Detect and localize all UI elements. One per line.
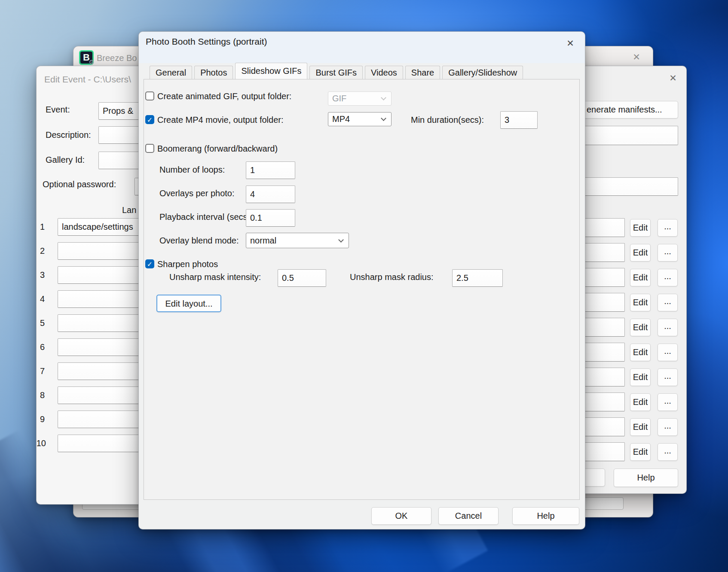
row-number: 2 — [37, 246, 45, 256]
tab-general[interactable]: General — [150, 66, 192, 79]
browse-button[interactable]: ... — [658, 418, 678, 436]
row-number: 6 — [37, 342, 45, 352]
row-number: 1 — [37, 222, 45, 231]
create-gif-label: Create animated GIF, output folder: — [157, 91, 291, 101]
overlay-blend-mode-value: normal — [250, 236, 276, 245]
overlays-per-photo-label: Overlays per photo: — [159, 189, 235, 198]
playback-interval-label: Playback interval (secs): — [159, 212, 253, 222]
photo-dialog-titlebar: Photo Booth Settings (portrait) — [139, 32, 585, 63]
boomerang-checkbox[interactable] — [145, 144, 154, 153]
tab-burst-gifs[interactable]: Burst GIFs — [309, 66, 363, 79]
chevron-down-icon — [381, 116, 386, 121]
browse-button[interactable]: ... — [658, 294, 678, 311]
cancel-button[interactable]: Cancel — [438, 507, 499, 525]
min-duration-label: Min duration(secs): — [411, 115, 484, 125]
row-number: 7 — [37, 366, 45, 376]
tab-videos[interactable]: Videos — [365, 66, 403, 79]
help-button[interactable]: Help — [512, 507, 579, 525]
playback-interval-input[interactable]: 0.1 — [246, 209, 295, 227]
optional-password-label: Optional password: — [43, 180, 116, 189]
boomerang-label: Boomerang (forward/backward) — [157, 144, 278, 154]
gear-icon: ⚙ — [89, 58, 95, 66]
chevron-down-icon — [338, 237, 344, 243]
edit-button[interactable]: Edit — [630, 219, 651, 237]
unsharp-radius-input[interactable]: 2.5 — [452, 269, 503, 287]
row-number: 5 — [37, 318, 45, 328]
mp4-folder-combo[interactable]: MP4 — [328, 112, 392, 126]
tab-bar: General Photos Slideshow GIFs Burst GIFs… — [150, 63, 525, 79]
edit-layout-button[interactable]: Edit layout... — [156, 295, 221, 312]
sharpen-photos-checkbox[interactable]: ✓ — [145, 259, 154, 268]
breeze-close-icon[interactable]: ✕ — [631, 52, 642, 62]
event-label: Event: — [46, 105, 70, 115]
gallery-id-label: Gallery Id: — [46, 155, 85, 165]
tab-photos[interactable]: Photos — [194, 66, 233, 79]
edit-button[interactable]: Edit — [630, 344, 651, 361]
sharpen-photos-label: Sharpen photos — [157, 259, 218, 269]
landscape-column-header: Lan — [122, 205, 136, 215]
browse-button[interactable]: ... — [658, 368, 678, 386]
overlays-per-photo-input[interactable]: 4 — [246, 186, 295, 203]
number-of-loops-label: Number of loops: — [159, 165, 225, 175]
browse-button[interactable]: ... — [658, 344, 678, 361]
row-number: 8 — [37, 390, 45, 400]
browse-button[interactable]: ... — [658, 393, 678, 411]
unsharp-intensity-input[interactable]: 0.5 — [278, 269, 326, 287]
edit-button[interactable]: Edit — [630, 443, 651, 461]
overlay-blend-mode-combo[interactable]: normal — [246, 233, 349, 248]
description-label: Description: — [46, 130, 91, 140]
row-number: 3 — [37, 270, 45, 280]
edit-button[interactable]: Edit — [630, 294, 651, 311]
number-of-loops-input[interactable]: 1 — [246, 161, 295, 179]
gif-folder-value: GIF — [332, 94, 346, 103]
overlay-blend-mode-label: Overlay blend mode: — [159, 236, 239, 246]
right-help-button[interactable]: Help — [614, 469, 678, 487]
browse-button[interactable]: ... — [658, 244, 678, 262]
breeze-app-icon: B ⚙ — [79, 50, 94, 65]
tab-share[interactable]: Share — [405, 66, 440, 79]
tab-slideshow-gifs[interactable]: Slideshow GIFs — [235, 63, 307, 79]
edit-button[interactable]: Edit — [630, 418, 651, 436]
row-number: 4 — [37, 294, 45, 304]
photo-dialog-close-icon[interactable]: ✕ — [565, 38, 575, 49]
create-mp4-checkbox[interactable]: ✓ — [145, 115, 154, 124]
create-gif-checkbox[interactable] — [145, 91, 154, 100]
min-duration-input[interactable]: 3 — [500, 111, 538, 129]
tab-page — [144, 79, 580, 500]
browse-button[interactable]: ... — [658, 269, 678, 286]
photo-booth-settings-dialog: Photo Booth Settings (portrait) ✕ Genera… — [138, 31, 585, 529]
right-dialog-close-icon[interactable]: ✕ — [668, 73, 678, 83]
unsharp-intensity-label: Unsharp mask intensity: — [169, 272, 261, 282]
chevron-down-icon — [381, 95, 386, 100]
browse-button[interactable]: ... — [658, 319, 678, 336]
breeze-window-title: Breeze Bo — [97, 53, 137, 63]
browse-button[interactable]: ... — [658, 443, 678, 461]
edit-button[interactable]: Edit — [630, 244, 651, 262]
row-number: 9 — [37, 414, 45, 424]
edit-button[interactable]: Edit — [630, 319, 651, 336]
row-number: 10 — [35, 438, 46, 448]
tab-gallery-slideshow[interactable]: Gallery/Slideshow — [442, 66, 523, 79]
create-mp4-label: Create MP4 movie, output folder: — [157, 115, 283, 125]
browse-button[interactable]: ... — [658, 219, 678, 237]
edit-button[interactable]: Edit — [630, 269, 651, 286]
ok-button[interactable]: OK — [371, 507, 431, 525]
edit-button[interactable]: Edit — [630, 368, 651, 386]
photo-dialog-title: Photo Booth Settings (portrait) — [146, 37, 267, 47]
edit-event-title: Edit Event - C:\Users\ — [44, 74, 131, 85]
mp4-folder-value: MP4 — [332, 114, 350, 124]
edit-button[interactable]: Edit — [630, 393, 651, 411]
unsharp-radius-label: Unsharp mask radius: — [350, 272, 434, 282]
gif-folder-combo: GIF — [328, 91, 392, 106]
